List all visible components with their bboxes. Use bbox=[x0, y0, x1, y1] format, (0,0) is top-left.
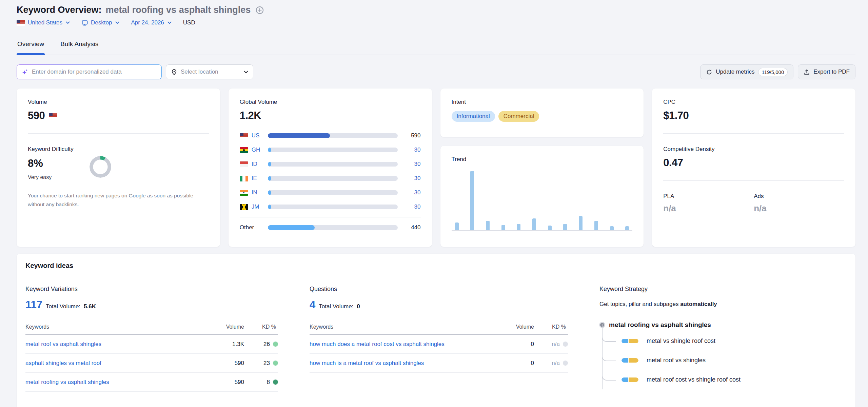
kd-status-dot bbox=[563, 342, 568, 347]
desktop-icon bbox=[81, 20, 88, 26]
kd-title: Keyword Difficulty bbox=[28, 146, 209, 153]
volume-bar-track bbox=[268, 133, 398, 138]
keyword-link[interactable]: how much is a metal roof vs asphalt shin… bbox=[310, 358, 505, 368]
trend-chart bbox=[452, 171, 633, 231]
kd-level-label: Very easy bbox=[28, 174, 75, 180]
country-volume-value: 590 bbox=[401, 132, 421, 139]
page-title-keyword: metal roofing vs asphalt shingles bbox=[106, 5, 251, 15]
cpc-card: CPC $1.70 Competitive Density 0.47 PLA n… bbox=[652, 89, 855, 247]
keyword-link[interactable]: how much does a metal roof cost vs aspha… bbox=[310, 340, 505, 349]
topic-pill-icon bbox=[622, 377, 638, 382]
volume-bar-track bbox=[268, 176, 398, 181]
location-select[interactable]: Select location bbox=[166, 64, 253, 79]
volume-bar-track bbox=[268, 190, 398, 195]
chevron-down-icon bbox=[66, 21, 70, 24]
volume-bar-track bbox=[268, 205, 398, 209]
country-volume-value: 30 bbox=[401, 147, 421, 153]
trend-bar bbox=[532, 218, 536, 230]
keywords-column-header: Keywords bbox=[310, 324, 505, 330]
strategy-child-node[interactable]: metal roof vs shingles bbox=[602, 351, 847, 370]
keyword-volume: 590 bbox=[215, 360, 244, 367]
country-code-link[interactable]: IN bbox=[252, 189, 264, 196]
country-volume-value: 30 bbox=[401, 175, 421, 182]
tab-overview[interactable]: Overview bbox=[17, 37, 45, 55]
country-code-link[interactable]: GH bbox=[252, 147, 264, 153]
trend-bar bbox=[548, 226, 552, 230]
export-pdf-button[interactable]: Export to PDF bbox=[798, 64, 855, 79]
table-row: asphalt shingles vs metal roof 590 23 bbox=[25, 354, 278, 373]
strategy-child-node[interactable]: metal roof cost vs shingle roof cost bbox=[602, 370, 847, 389]
pla-label: PLA bbox=[663, 193, 754, 200]
country-volume-row: GH 30 bbox=[240, 143, 421, 157]
country-filter[interactable]: United States bbox=[17, 19, 70, 26]
divider bbox=[240, 217, 421, 217]
id-flag-icon bbox=[240, 161, 248, 167]
us-flag-icon bbox=[240, 133, 248, 139]
add-keyword-icon[interactable] bbox=[255, 6, 264, 15]
keyword-kd: n/a bbox=[534, 341, 568, 348]
device-filter[interactable]: Desktop bbox=[81, 19, 119, 26]
keyword-link[interactable]: metal roof vs asphalt shingles bbox=[25, 340, 215, 349]
variations-total-label: Total Volume: bbox=[46, 303, 80, 310]
date-filter[interactable]: Apr 24, 2026 bbox=[131, 19, 171, 26]
country-filter-label: United States bbox=[28, 19, 62, 26]
keyword-kd: 26 bbox=[244, 341, 278, 348]
trend-bar bbox=[625, 226, 629, 230]
kd-description: Your chance to start ranking new pages o… bbox=[28, 191, 209, 209]
location-select-label: Select location bbox=[181, 69, 240, 75]
update-metrics-button[interactable]: Update metrics 119/5,000 bbox=[700, 64, 793, 79]
tab-bulk-analysis[interactable]: Bulk Analysis bbox=[60, 37, 99, 55]
keywords-column-header: Keywords bbox=[25, 324, 215, 330]
variations-count-link[interactable]: 117 bbox=[25, 299, 42, 311]
metrics-cards: Volume 590 Keyword Difficulty 8% Very ea… bbox=[17, 89, 855, 247]
ie-flag-icon bbox=[240, 176, 248, 181]
keyword-volume: 1.3K bbox=[215, 341, 244, 348]
global-volume-list: US 590 GH 30 ID 30 I bbox=[240, 129, 421, 235]
export-icon bbox=[804, 69, 810, 75]
country-volume-row: IE 30 bbox=[240, 171, 421, 186]
keyword-kd: 23 bbox=[244, 360, 278, 367]
country-code-link[interactable]: JM bbox=[252, 204, 264, 210]
country-code-link[interactable]: IE bbox=[252, 175, 264, 182]
keyword-link[interactable]: metal roofing vs asphalt shingles bbox=[25, 377, 215, 387]
chevron-down-icon bbox=[244, 71, 248, 74]
strategy-root-node[interactable]: metal roofing vs asphalt shingles bbox=[599, 321, 847, 329]
global-volume-value: 1.2K bbox=[240, 110, 421, 122]
keyword-link[interactable]: asphalt shingles vs metal roof bbox=[25, 358, 215, 368]
intent-trend-stack: Intent Informational Commercial Trend bbox=[440, 89, 644, 247]
intent-badge-commercial[interactable]: Commercial bbox=[498, 111, 539, 122]
intent-badge-informational[interactable]: Informational bbox=[452, 111, 495, 122]
questions-count-link[interactable]: 4 bbox=[310, 299, 315, 311]
volume-bar-track bbox=[268, 225, 398, 230]
volume-value: 590 bbox=[28, 110, 45, 122]
pla-value: n/a bbox=[663, 203, 754, 214]
intent-title: Intent bbox=[452, 99, 633, 105]
volume-card: Volume 590 Keyword Difficulty 8% Very ea… bbox=[17, 89, 220, 247]
cpc-title: CPC bbox=[663, 99, 844, 105]
toolbar: Select location Update metrics 119/5,000… bbox=[17, 64, 855, 79]
strategy-root-label: metal roofing vs asphalt shingles bbox=[609, 321, 711, 329]
country-code-link[interactable]: US bbox=[252, 132, 264, 139]
trend-bar bbox=[455, 222, 459, 230]
strategy-child-node[interactable]: metal vs shingle roof cost bbox=[602, 331, 847, 351]
us-flag-icon bbox=[49, 113, 57, 119]
volume-bar bbox=[268, 190, 271, 195]
volume-bar bbox=[268, 162, 271, 167]
divider bbox=[28, 133, 209, 134]
country-code-link[interactable]: ID bbox=[252, 161, 264, 168]
kd-column-header: KD % bbox=[244, 324, 278, 330]
domain-input[interactable] bbox=[32, 69, 157, 75]
keyword-kd: 8 bbox=[244, 379, 278, 386]
us-flag-icon bbox=[17, 20, 25, 26]
volume-bar bbox=[268, 148, 271, 152]
keyword-volume: 0 bbox=[505, 360, 534, 367]
trend-title: Trend bbox=[452, 156, 633, 163]
variations-total-value: 5.6K bbox=[84, 303, 96, 310]
questions-total-label: Total Volume: bbox=[319, 303, 353, 310]
volume-bar-track bbox=[268, 162, 398, 167]
keyword-strategy-column: Keyword Strategy Get topics, pillar and … bbox=[599, 286, 847, 392]
volume-bar bbox=[268, 225, 315, 230]
volume-column-header: Volume bbox=[505, 324, 534, 330]
competitive-density-title: Competitive Density bbox=[663, 146, 844, 153]
domain-input-wrapper bbox=[17, 64, 162, 79]
